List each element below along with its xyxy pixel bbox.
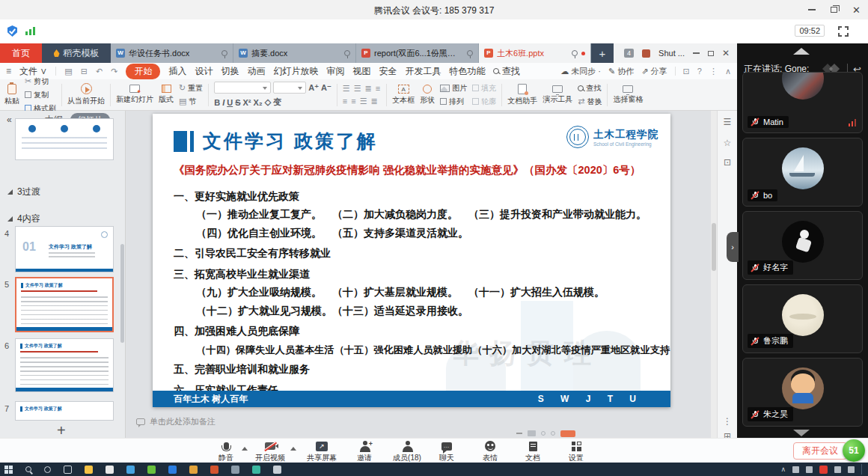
taskbar-app-icon[interactable] — [273, 466, 281, 474]
view-icon[interactable] — [551, 431, 555, 436]
new-slide-button[interactable]: 新建幻灯片 — [116, 85, 153, 105]
invite-button[interactable]: + 邀请 — [343, 440, 385, 463]
panel-collapse-button[interactable]: « — [7, 115, 12, 125]
font-bigger-button[interactable]: A⁺ — [308, 83, 319, 93]
arrange-button[interactable]: 排列 — [440, 97, 467, 107]
tab-docer[interactable]: 稻壳模板 — [42, 43, 111, 63]
sidebar-expand-handle[interactable]: › — [727, 232, 739, 262]
present-tools-button[interactable]: 演示工具 — [542, 85, 572, 105]
external-app-icon[interactable] — [642, 49, 650, 58]
italic-button[interactable]: I — [222, 98, 224, 107]
thumbnail-slide-6[interactable]: 文件学习 政策了解 — [15, 338, 114, 392]
scroll-down-icon[interactable] — [793, 430, 810, 436]
menu-tab-transition[interactable]: 切换 — [221, 65, 239, 78]
fullscreen-icon[interactable] — [838, 26, 849, 37]
panel-scrollbar[interactable] — [120, 244, 124, 343]
participant-tile[interactable]: bo — [742, 138, 863, 207]
menu-tab-animation[interactable]: 动画 — [247, 65, 265, 78]
leave-meeting-button[interactable]: 离开会议 — [793, 442, 847, 460]
taskbar-app-icon[interactable] — [168, 466, 177, 474]
video-options-caret[interactable] — [290, 447, 296, 451]
textbox-button[interactable]: A文本框 — [392, 85, 415, 106]
chat-button[interactable]: … 聊天 — [426, 440, 468, 463]
print-icon[interactable]: ⊟ — [81, 67, 88, 76]
doc-assistant-button[interactable]: 文档助手 — [507, 84, 537, 106]
participant-tile[interactable]: 鲁宗鹏 — [742, 284, 863, 353]
subscript-button[interactable]: X₂ — [254, 98, 263, 107]
thumbnail-slide-7[interactable]: 文件学习 政策了解 — [15, 401, 114, 421]
pin-icon[interactable] — [467, 50, 473, 56]
animation-pane-icon[interactable]: ⊡ — [718, 157, 737, 168]
menu-tab-security[interactable]: 安全 — [379, 65, 397, 78]
taskbar-app-icon[interactable] — [189, 466, 198, 474]
view-icon[interactable] — [528, 430, 536, 436]
hamburger-icon[interactable]: ≡ — [6, 66, 11, 76]
ribbon-pin-icon[interactable]: ⊡ — [683, 67, 690, 76]
tray-icon[interactable] — [834, 466, 841, 473]
play-from-current-button[interactable]: 从当前开始 — [67, 83, 105, 106]
pin-icon[interactable] — [344, 50, 350, 56]
fill-button[interactable]: 填充 — [472, 83, 496, 94]
picture-button[interactable]: 图片 — [440, 83, 467, 94]
docs-button[interactable]: 文档 — [512, 440, 554, 463]
taskbar-app-icon[interactable] — [147, 466, 156, 474]
reset-button[interactable]: ↻重置 — [179, 83, 203, 94]
menu-tab-slideshow[interactable]: 幻灯片放映 — [273, 65, 318, 78]
menu-tab-design[interactable]: 设计 — [195, 65, 213, 78]
taskbar-app-icon[interactable] — [231, 466, 239, 474]
superscript-button[interactable]: X² — [243, 98, 251, 107]
participant-tile[interactable]: 好名字 — [742, 211, 863, 280]
menu-tab-start[interactable]: 开始 — [126, 64, 160, 79]
tray-icon[interactable] — [792, 466, 799, 473]
replace-button[interactable]: ⇄替换 — [578, 97, 602, 107]
tab-wps-home[interactable]: 首页 — [0, 43, 42, 63]
participant-tile[interactable]: Matin — [742, 72, 863, 133]
pin-icon[interactable] — [572, 50, 578, 56]
thumbnail-slide-4[interactable]: 01 文件学习 政策了解 — [15, 226, 114, 272]
text-effect-button[interactable]: 变 — [273, 97, 281, 108]
wps-restore-icon[interactable] — [708, 51, 714, 56]
menu-tab-devtools[interactable]: 开发工具 — [405, 65, 441, 78]
properties-icon[interactable]: ☰ — [718, 117, 737, 127]
undo-icon[interactable]: ↶ — [96, 67, 103, 76]
view-icon[interactable] — [541, 431, 545, 436]
restore-icon[interactable] — [831, 7, 837, 13]
underline-button[interactable]: U — [227, 98, 233, 107]
video-button[interactable]: 开启视频 — [249, 440, 291, 463]
file-explorer-icon[interactable] — [85, 466, 93, 474]
show-desktop-button[interactable] — [861, 464, 864, 475]
list-buttons[interactable]: ☰ ☰ ≣ ≡ — [343, 84, 382, 94]
shape-button[interactable]: 形状 — [420, 85, 435, 106]
participant-tile[interactable]: 朱之昊 — [742, 358, 863, 427]
tab-doc-word2[interactable]: W摘要.docx — [233, 43, 356, 63]
share-button[interactable]: ⇗ 分享 — [641, 66, 667, 77]
tray-notification-icon[interactable] — [819, 466, 828, 474]
section-content[interactable]: 4内容 — [7, 213, 40, 225]
close-icon[interactable]: ✕ — [852, 5, 861, 15]
find-button[interactable]: 查找 — [578, 83, 602, 94]
outline-button[interactable]: 轮廓 — [472, 97, 496, 107]
selection-pane-button[interactable]: 选择窗格 — [613, 85, 643, 105]
align-buttons[interactable]: ≡ ≡ ☰ ≣ — [343, 97, 382, 106]
menu-tab-view[interactable]: 视图 — [352, 65, 370, 78]
beautify-icon[interactable]: ☆ — [718, 138, 737, 148]
bold-button[interactable]: B — [214, 98, 220, 107]
slide-canvas[interactable]: 华扬贯珄 文件学习 政策了解 土木工程学院 School of Civil En… — [153, 114, 670, 407]
sync-status[interactable]: ☁ 未同步 · — [560, 66, 601, 77]
pin-icon[interactable] — [221, 50, 227, 56]
settings-button[interactable]: 设置 — [555, 440, 597, 463]
tray-expand-icon[interactable]: ∧ — [780, 466, 786, 473]
font-size-select[interactable] — [273, 82, 306, 94]
minimize-icon[interactable] — [808, 9, 816, 10]
scroll-up-icon[interactable] — [793, 48, 810, 55]
new-tab-button[interactable]: + — [591, 43, 614, 63]
taskbar-app-icon[interactable] — [106, 466, 114, 474]
meeting-protect-shield-icon[interactable] — [7, 25, 17, 37]
thumbnail-slide-partial[interactable] — [15, 118, 114, 160]
tab-doc-pdf[interactable]: Preport(双面6...1份黑白) .pdf — [356, 43, 479, 63]
wps-minimize-icon[interactable] — [693, 52, 700, 54]
start-button[interactable] — [4, 466, 13, 474]
mic-options-caret[interactable] — [242, 447, 248, 451]
redo-icon[interactable]: ↷ — [111, 67, 117, 76]
strike-button[interactable]: S — [235, 98, 240, 107]
